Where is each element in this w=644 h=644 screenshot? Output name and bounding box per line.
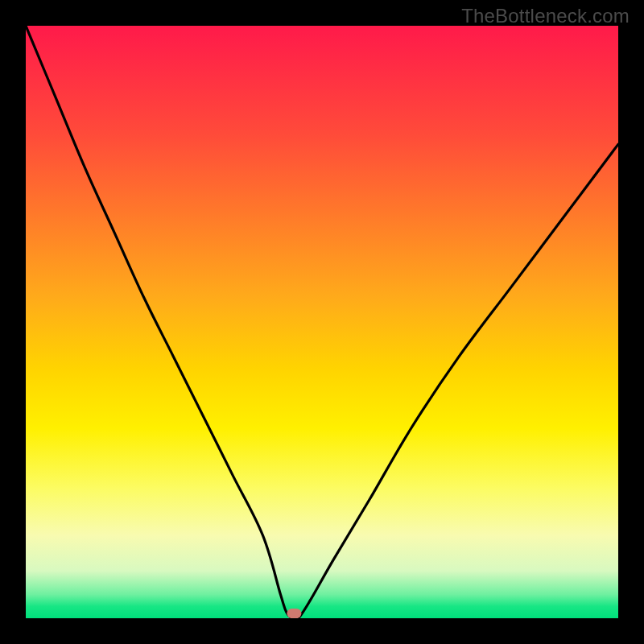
bottleneck-curve (26, 26, 618, 618)
watermark-text: TheBottleneck.com (461, 5, 630, 27)
plot-area (26, 26, 618, 618)
marker-group (287, 609, 301, 618)
curve-svg (26, 26, 618, 618)
optimal-marker (287, 609, 301, 618)
chart-frame: TheBottleneck.com (0, 0, 644, 644)
curve-group (26, 26, 618, 618)
